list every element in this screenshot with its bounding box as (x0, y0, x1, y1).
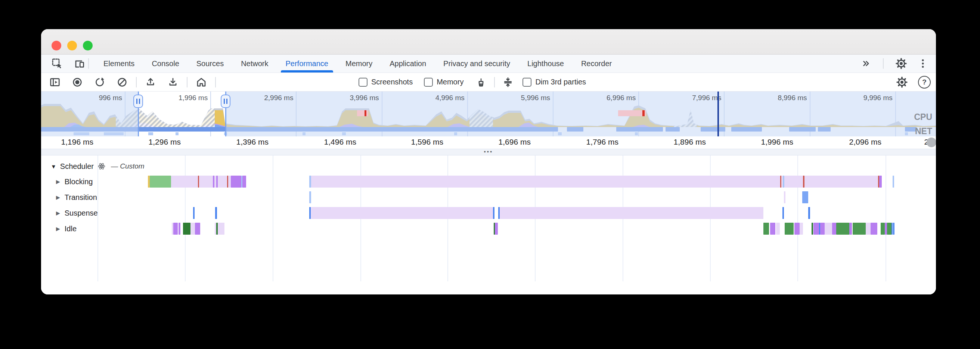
timeline-bar[interactable] (887, 223, 891, 235)
timeline-bar[interactable] (794, 223, 800, 235)
memory-checkbox-box[interactable] (424, 78, 433, 87)
timeline-bar[interactable] (199, 175, 213, 188)
tab-sources[interactable]: Sources (188, 54, 232, 72)
timeline-bar[interactable] (218, 223, 224, 235)
device-toolbar-icon[interactable] (73, 57, 86, 70)
dim-3rd-parties-checkbox[interactable]: Dim 3rd parties (522, 78, 586, 87)
inspect-icon[interactable] (51, 57, 64, 70)
timeline-bar[interactable] (785, 223, 794, 235)
timeline-bar[interactable] (770, 223, 775, 235)
tab-lighthouse[interactable]: Lighthouse (519, 54, 573, 72)
timeline-bar[interactable] (193, 207, 194, 219)
download-profile-icon[interactable] (167, 76, 179, 89)
timeline-bar[interactable] (836, 223, 849, 235)
timeline-bar[interactable] (242, 175, 246, 188)
settings-gear-icon[interactable] (895, 57, 908, 70)
help-icon[interactable]: ? (918, 76, 931, 89)
timeline-bar[interactable] (183, 223, 191, 235)
timeline-bar[interactable] (892, 175, 894, 188)
clear-icon[interactable] (116, 76, 129, 89)
timeline-bar[interactable] (870, 223, 877, 235)
timeline-bar[interactable] (218, 175, 227, 188)
home-icon[interactable] (195, 76, 208, 89)
screenshots-checkbox[interactable]: Screenshots (358, 78, 413, 87)
timeline-bar[interactable] (311, 207, 493, 219)
window-titlebar[interactable] (41, 29, 936, 54)
toggle-sidebar-icon[interactable] (49, 76, 61, 89)
tab-application[interactable]: Application (381, 54, 435, 72)
timeline-bar[interactable] (150, 175, 171, 188)
timeline-bar[interactable] (832, 223, 836, 235)
tab-console[interactable]: Console (143, 54, 188, 72)
timeline-bar[interactable] (813, 223, 819, 235)
expand-triangle-icon[interactable]: ▶ (56, 226, 60, 232)
timeline-bar[interactable] (215, 207, 217, 219)
track-row-label-suspense[interactable]: ▶Suspense (56, 208, 98, 218)
timeline-ruler[interactable]: 2, 1,196 ms1,296 ms1,396 ms1,496 ms1,596… (41, 136, 936, 149)
timeline-bar[interactable] (493, 207, 495, 219)
selection-handle-right[interactable] (221, 94, 231, 108)
kebab-menu-icon[interactable] (916, 57, 929, 70)
timeline-bar[interactable] (500, 207, 764, 219)
scrollbar-dot[interactable] (927, 137, 936, 147)
timeline-bar[interactable] (191, 223, 195, 235)
timeline-bar[interactable] (893, 223, 894, 235)
zoom-window-button[interactable] (83, 41, 92, 51)
expand-triangle-icon[interactable]: ▶ (56, 210, 60, 216)
memory-checkbox[interactable]: Memory (424, 78, 463, 87)
timeline-bar[interactable] (802, 191, 808, 203)
expand-triangle-icon[interactable]: ▶ (56, 178, 60, 185)
timeline-bar[interactable] (881, 223, 885, 235)
timeline-bar[interactable] (231, 175, 241, 188)
minimize-window-button[interactable] (67, 41, 77, 51)
reload-record-icon[interactable] (93, 76, 106, 89)
timeline-bar[interactable] (784, 175, 803, 188)
timeline-bar[interactable] (866, 223, 870, 235)
timeline-bar[interactable] (891, 223, 892, 235)
tab-recorder[interactable]: Recorder (573, 54, 620, 72)
tab-memory[interactable]: Memory (337, 54, 381, 72)
collapse-triangle-icon[interactable]: ▼ (51, 163, 56, 170)
timeline-bar[interactable] (800, 223, 803, 235)
track-row-label-blocking[interactable]: ▶Blocking (56, 177, 92, 186)
timeline-bar[interactable] (784, 191, 786, 203)
timeline-bar[interactable] (805, 175, 878, 188)
tab-network[interactable]: Network (232, 54, 277, 72)
timeline-bar[interactable] (820, 223, 825, 235)
timeline-overview[interactable]: CPU NET 996 ms1,996 ms2,996 ms3,996 ms4,… (41, 92, 936, 137)
tab-elements[interactable]: Elements (95, 54, 143, 72)
timeline-bar[interactable] (195, 223, 200, 235)
timeline-bar[interactable] (776, 223, 780, 235)
close-window-button[interactable] (51, 41, 61, 51)
timeline-bar[interactable] (309, 191, 311, 203)
timeline-bar[interactable] (853, 223, 866, 235)
timeline-bar[interactable] (783, 207, 784, 219)
tab-performance[interactable]: Performance (277, 54, 337, 72)
tab-privacy-and-security[interactable]: Privacy and security (435, 54, 519, 72)
timeline-bar[interactable] (825, 223, 832, 235)
collect-garbage-icon[interactable] (475, 76, 487, 89)
timeline-bar[interactable] (228, 175, 231, 188)
upload-profile-icon[interactable] (144, 76, 157, 89)
track-row-label-idle[interactable]: ▶Idle (56, 224, 76, 234)
track-group-scheduler[interactable]: ▼ Scheduler — Custom (51, 161, 145, 172)
track-area[interactable]: ▼ Scheduler — Custom ▶Blocking▶Transitio… (41, 155, 936, 282)
timeline-bar[interactable] (178, 223, 180, 235)
record-icon[interactable] (71, 76, 84, 89)
capture-settings-gear-icon[interactable] (896, 76, 908, 89)
track-row-label-transition[interactable]: ▶Transition (56, 193, 97, 202)
timeline-bar[interactable] (495, 223, 498, 235)
expand-triangle-icon[interactable]: ▶ (56, 194, 60, 200)
timeline-bar[interactable] (171, 175, 198, 188)
timeline-bar[interactable] (173, 223, 178, 235)
panel-resize-handle[interactable]: ••• (41, 149, 936, 155)
timeline-bar[interactable] (808, 207, 810, 219)
timeline-bar[interactable] (879, 175, 882, 188)
more-tabs-icon[interactable] (859, 57, 872, 70)
dim-3rd-parties-checkbox-box[interactable] (522, 78, 531, 87)
selection-handle-left[interactable] (133, 94, 143, 108)
collapse-tracks-icon[interactable] (501, 76, 514, 89)
timeline-bar[interactable] (811, 223, 813, 235)
timeline-bar[interactable] (311, 175, 780, 188)
timeline-bar[interactable] (764, 223, 769, 235)
